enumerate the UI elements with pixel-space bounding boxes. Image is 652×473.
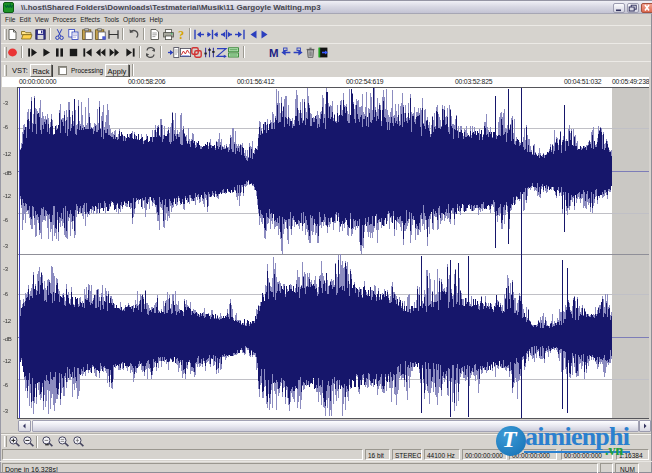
- go-to-end-icon: [124, 46, 137, 59]
- paste-button[interactable]: [81, 28, 94, 41]
- open-icon: [20, 28, 33, 41]
- paste-insert-icon: [94, 28, 107, 41]
- selection-extend-left-button[interactable]: [193, 28, 206, 41]
- menu-view[interactable]: View: [33, 14, 51, 25]
- restore-button[interactable]: [627, 3, 639, 13]
- db-label: -3: [3, 408, 16, 414]
- copy-button[interactable]: [67, 28, 80, 41]
- zoom-in-button[interactable]: [8, 435, 21, 448]
- status-indicator-empty: [600, 463, 613, 473]
- paste-icon: [81, 28, 94, 41]
- loop-button[interactable]: [144, 46, 157, 59]
- toolbar-separator: [139, 46, 141, 58]
- play-from-cursor-button[interactable]: [26, 46, 39, 59]
- trim-button[interactable]: [107, 28, 120, 41]
- save-button[interactable]: [34, 28, 47, 41]
- new-button[interactable]: [6, 28, 19, 41]
- title-bar[interactable]: \\.host\Shared Folders\Downloads\Testmat…: [0, 0, 652, 14]
- ruler-label: 00:00:00:000: [19, 78, 56, 85]
- undo-button[interactable]: [127, 28, 140, 41]
- pause-button[interactable]: [53, 46, 66, 59]
- stop-button[interactable]: [67, 46, 80, 59]
- db-label: -dB: [3, 336, 16, 342]
- status-bar-message: Done in 16.328s! NUM: [0, 461, 652, 473]
- trim-icon: [107, 28, 120, 41]
- status-message: Done in 16.328s!: [2, 463, 598, 473]
- menu-bar: FileEditViewProcessEffectsToolsOptionsHe…: [1, 14, 651, 25]
- record-button[interactable]: [6, 46, 19, 59]
- file-info-icon: [148, 28, 161, 41]
- scroll-left-button[interactable]: [18, 420, 31, 432]
- delete-markers-button[interactable]: [304, 46, 317, 59]
- menu-edit[interactable]: Edit: [17, 14, 32, 25]
- status-field-bit-depth: 16 bit: [365, 449, 390, 460]
- file-info-button[interactable]: [148, 28, 161, 41]
- stop-icon: [67, 46, 80, 59]
- vst-rack-button[interactable]: Rack: [30, 64, 52, 77]
- minimize-button[interactable]: [613, 3, 625, 13]
- selection-extend-right-button[interactable]: [233, 28, 246, 41]
- db-label: -3: [3, 266, 16, 272]
- vst-processing-checkbox[interactable]: [58, 66, 67, 75]
- loop-selection-button[interactable]: [190, 46, 203, 59]
- previous-marker-button[interactable]: [279, 46, 292, 59]
- vst-apply-button[interactable]: Apply: [105, 64, 129, 77]
- toolbar-grip[interactable]: [4, 65, 7, 76]
- close-button[interactable]: [641, 3, 652, 13]
- db-label: -6: [3, 291, 16, 297]
- paste-insert-button[interactable]: [94, 28, 107, 41]
- batch-button[interactable]: [227, 46, 240, 59]
- toolbar-separator: [160, 46, 162, 58]
- toolbar-separator: [36, 436, 38, 448]
- db-label: -6: [3, 124, 16, 130]
- zoom-all-icon: [57, 435, 70, 448]
- scrollbar-thumb[interactable]: [32, 420, 639, 432]
- auto-marker-button[interactable]: [317, 46, 330, 59]
- toolbar-separator: [21, 46, 23, 58]
- toolbar-separator: [143, 28, 145, 40]
- batch-icon: [227, 46, 240, 59]
- loop-selection-icon: [190, 46, 203, 59]
- pause-icon: [53, 46, 66, 59]
- go-to-end-button[interactable]: [124, 46, 137, 59]
- waveform-display[interactable]: [2, 87, 649, 419]
- db-label: -3: [3, 100, 16, 106]
- zoom-out-button[interactable]: [22, 435, 35, 448]
- rewind-button[interactable]: [94, 46, 107, 59]
- menu-effects[interactable]: Effects: [78, 14, 102, 25]
- zoom-toolbar: [1, 433, 651, 448]
- time-ruler[interactable]: 00:00:00:00000:00:58:20600:01:56:41200:0…: [2, 77, 649, 87]
- menu-tools[interactable]: Tools: [102, 14, 121, 25]
- selection-shrink-left-button[interactable]: [206, 28, 219, 41]
- menu-file[interactable]: File: [3, 14, 17, 25]
- help-button[interactable]: ?: [175, 28, 188, 41]
- new-icon: [6, 28, 19, 41]
- ruler-label: 00:02:54:619: [346, 78, 383, 85]
- zoom-selection-icon: [41, 435, 54, 448]
- zoom-all-button[interactable]: [57, 435, 70, 448]
- toolbar-grip[interactable]: [4, 436, 7, 447]
- db-label: -6: [3, 382, 16, 388]
- vst-toolbar: VST: Rack Processing Apply: [1, 61, 651, 77]
- status-field-sample-rate: 44100 Hz: [424, 449, 460, 460]
- db-label: -12: [3, 358, 16, 364]
- selection-shrink-right-button[interactable]: [220, 28, 233, 41]
- save-icon: [34, 28, 47, 41]
- menu-options[interactable]: Options: [121, 14, 147, 25]
- play-button[interactable]: [40, 46, 53, 59]
- cursor-right-button[interactable]: [258, 28, 271, 41]
- print-button[interactable]: [162, 28, 175, 41]
- zoom-selection-button[interactable]: [41, 435, 54, 448]
- zoom-vertical-button[interactable]: [72, 435, 85, 448]
- fast-forward-button[interactable]: [108, 46, 121, 59]
- open-button[interactable]: [20, 28, 33, 41]
- go-to-start-button[interactable]: [81, 46, 94, 59]
- menu-process[interactable]: Process: [51, 14, 78, 25]
- scroll-right-button[interactable]: [639, 420, 651, 432]
- ruler-label: 00:00:58:206: [128, 78, 165, 85]
- menu-help[interactable]: Help: [148, 14, 165, 25]
- play-from-cursor-icon: [26, 46, 39, 59]
- cut-button[interactable]: [53, 28, 66, 41]
- zoom-in-icon: [8, 435, 21, 448]
- selection-shrink-left-icon: [206, 28, 219, 41]
